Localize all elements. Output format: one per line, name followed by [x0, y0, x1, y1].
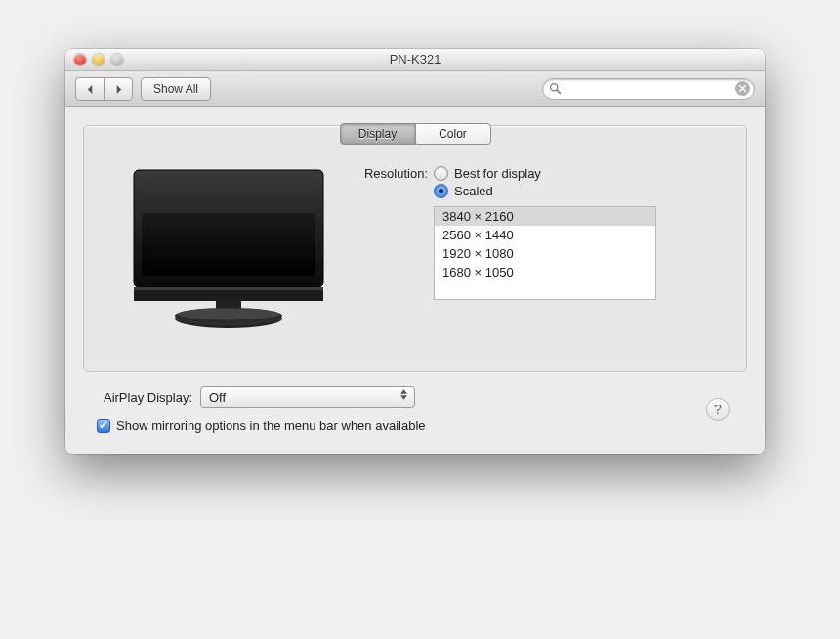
back-button[interactable]	[75, 77, 105, 101]
help-button[interactable]: ?	[706, 398, 730, 421]
window-body: Display Color	[65, 107, 765, 454]
search-field-wrap	[542, 78, 755, 100]
show-all-button[interactable]: Show All	[141, 77, 211, 101]
lower-controls: AirPlay Display: Off Show mirroring opti…	[83, 386, 747, 433]
svg-rect-6	[134, 287, 323, 290]
airplay-value: Off	[209, 390, 226, 405]
chevron-right-icon	[114, 85, 123, 94]
preferences-window: PN-K321 Show All	[65, 49, 765, 454]
minimize-window-button[interactable]	[93, 54, 105, 65]
best-for-display-text: Best for display	[454, 166, 541, 181]
airplay-popup[interactable]: Off	[200, 386, 415, 408]
display-thumbnail	[111, 166, 346, 332]
clear-search-button[interactable]	[735, 81, 750, 96]
window-title: PN-K321	[65, 49, 765, 70]
nav-segment	[75, 77, 133, 101]
svg-point-10	[178, 309, 279, 320]
svg-rect-4	[142, 178, 315, 213]
toolbar: Show All	[65, 71, 765, 107]
resolution-option[interactable]: 3840 × 2160	[435, 207, 655, 226]
mirroring-label: Show mirroring options in the menu bar w…	[116, 418, 426, 433]
titlebar: PN-K321	[65, 49, 765, 71]
tab-display[interactable]: Display	[340, 123, 416, 145]
resolution-option[interactable]: 1920 × 1080	[435, 244, 655, 263]
search-input[interactable]	[542, 78, 755, 100]
scaled-radio[interactable]	[434, 184, 448, 198]
window-controls	[74, 54, 123, 65]
resolution-label: Resolution:	[346, 166, 434, 181]
mirroring-checkbox[interactable]	[97, 419, 110, 433]
resolution-settings: Resolution: Best for display Scaled 3840…	[346, 166, 746, 332]
svg-line-1	[557, 90, 560, 93]
airplay-label: AirPlay Display:	[83, 390, 200, 405]
zoom-window-button[interactable]	[111, 54, 123, 65]
forward-button[interactable]	[104, 77, 133, 101]
close-window-button[interactable]	[74, 54, 86, 65]
best-for-display-radio[interactable]	[434, 166, 448, 181]
x-icon	[739, 85, 746, 92]
resolution-list[interactable]: 3840 × 2160 2560 × 1440 1920 × 1080 1680…	[434, 206, 656, 300]
resolution-option[interactable]: 1680 × 1050	[435, 263, 655, 281]
panel-tabs: Display Color	[340, 123, 491, 145]
chevron-left-icon	[86, 85, 95, 94]
resolution-option[interactable]: 2560 × 1440	[435, 226, 655, 244]
scaled-text: Scaled	[454, 184, 493, 198]
display-panel: Display Color	[83, 125, 747, 372]
popup-stepper-icon	[397, 389, 410, 400]
search-icon	[549, 82, 562, 95]
tab-color[interactable]: Color	[415, 123, 491, 145]
monitor-icon	[126, 166, 331, 332]
